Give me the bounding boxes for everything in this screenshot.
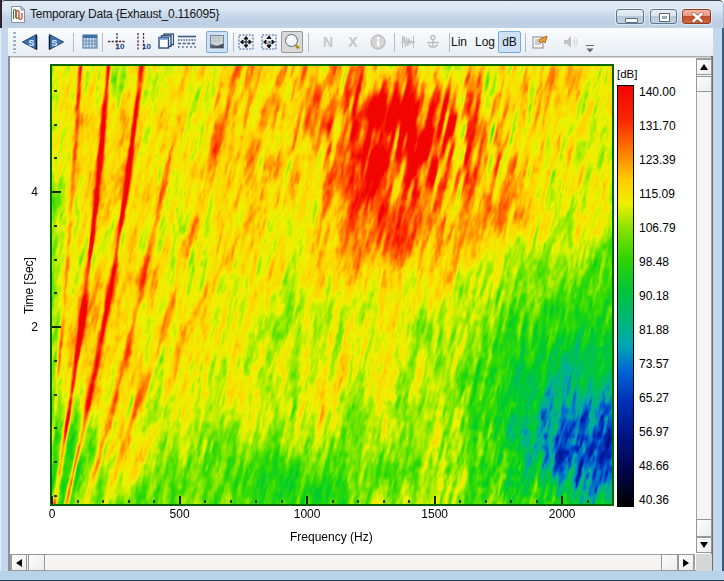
svg-text:N: N	[323, 34, 333, 50]
svg-text:S: S	[51, 38, 57, 48]
svg-text:a: a	[267, 39, 271, 46]
svg-text:S: S	[28, 38, 34, 48]
svg-text:10: 10	[115, 42, 124, 51]
svg-text:10: 10	[142, 42, 151, 51]
svg-text:X: X	[348, 34, 358, 50]
